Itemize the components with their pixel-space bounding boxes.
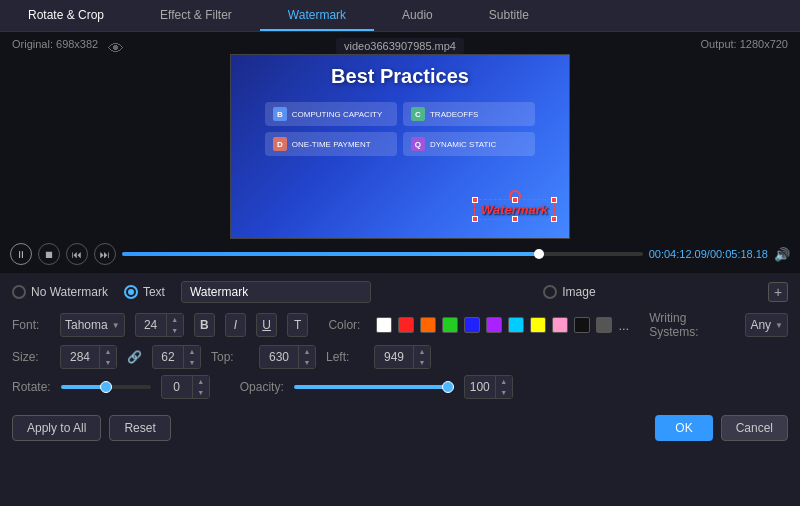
color-swatch-red[interactable] — [398, 317, 414, 333]
ok-button[interactable]: OK — [655, 415, 712, 441]
size-label: Size: — [12, 350, 50, 364]
reset-button[interactable]: Reset — [109, 415, 170, 441]
color-swatch-pink[interactable] — [552, 317, 568, 333]
resize-handle-tc[interactable] — [512, 197, 518, 203]
nav-watermark[interactable]: Watermark — [260, 0, 374, 31]
top-input[interactable]: ▲ ▼ — [259, 345, 316, 369]
pause-button[interactable]: ⏸ — [10, 243, 32, 265]
rotate-opacity-row: Rotate: ▲ ▼ Opacity: ▲ ▼ — [12, 375, 788, 399]
preview-title: Best Practices — [331, 65, 469, 88]
card-label-0: COMPUTING CAPACITY — [292, 110, 383, 119]
prev-button[interactable]: ⏮ — [66, 243, 88, 265]
timeline-thumb[interactable] — [534, 249, 544, 259]
image-watermark-radio[interactable] — [543, 285, 557, 299]
left-field[interactable] — [375, 350, 413, 364]
font-size-up[interactable]: ▲ — [167, 314, 183, 325]
bottom-row: Apply to All Reset OK Cancel — [0, 409, 800, 445]
rotate-up[interactable]: ▲ — [193, 376, 209, 387]
size-width-input[interactable]: ▲ ▼ — [60, 345, 117, 369]
rotate-down[interactable]: ▼ — [193, 387, 209, 398]
writing-systems-select[interactable]: Any ▼ — [745, 313, 788, 337]
nav-rotate-crop[interactable]: Rotate & Crop — [0, 0, 132, 31]
rotate-slider[interactable] — [61, 385, 151, 389]
text-watermark-radio[interactable] — [124, 285, 138, 299]
size-height-up[interactable]: ▲ — [184, 346, 200, 357]
color-swatch-cyan[interactable] — [508, 317, 524, 333]
nav-subtitle[interactable]: Subtitle — [461, 0, 557, 31]
text-watermark-option[interactable]: Text — [124, 285, 165, 299]
size-height-down[interactable]: ▼ — [184, 357, 200, 368]
no-watermark-radio[interactable] — [12, 285, 26, 299]
more-colors-button[interactable]: ... — [618, 318, 629, 333]
image-add-button[interactable]: + — [768, 282, 788, 302]
top-field[interactable] — [260, 350, 298, 364]
preview-card: B COMPUTING CAPACITY — [265, 102, 397, 126]
cancel-button[interactable]: Cancel — [721, 415, 788, 441]
size-height-field[interactable] — [153, 350, 183, 364]
preview-card: C TRADEOFFS — [403, 102, 535, 126]
extra-format-button[interactable]: T — [287, 313, 308, 337]
size-row: Size: ▲ ▼ 🔗 ▲ ▼ Top: ▲ ▼ Left: — [12, 345, 788, 369]
size-width-down[interactable]: ▼ — [100, 357, 116, 368]
opacity-value-field[interactable] — [465, 380, 495, 394]
color-swatch-green[interactable] — [442, 317, 458, 333]
nav-effect-filter[interactable]: Effect & Filter — [132, 0, 260, 31]
font-size-input[interactable]: ▲ ▼ — [135, 313, 184, 337]
image-watermark-label: Image — [562, 285, 595, 299]
left-down[interactable]: ▼ — [414, 357, 430, 368]
underline-button[interactable]: U — [256, 313, 277, 337]
size-width-up[interactable]: ▲ — [100, 346, 116, 357]
nav-audio[interactable]: Audio — [374, 0, 461, 31]
watermark-overlay[interactable]: Watermark — [474, 199, 555, 220]
size-height-input[interactable]: ▲ ▼ — [152, 345, 201, 369]
font-size-down[interactable]: ▼ — [167, 325, 183, 336]
resize-handle-bl[interactable] — [472, 216, 478, 222]
watermark-text-input[interactable] — [181, 281, 371, 303]
opacity-up[interactable]: ▲ — [496, 376, 512, 387]
color-swatch-yellow[interactable] — [530, 317, 546, 333]
opacity-down[interactable]: ▼ — [496, 387, 512, 398]
opacity-value-input[interactable]: ▲ ▼ — [464, 375, 513, 399]
color-swatch-black[interactable] — [574, 317, 590, 333]
chevron-down-icon: ▼ — [112, 321, 120, 330]
no-watermark-option[interactable]: No Watermark — [12, 285, 108, 299]
preview-card: Q DYNAMIC STATIC — [403, 132, 535, 156]
resize-handle-tr[interactable] — [551, 197, 557, 203]
size-width-field[interactable] — [61, 350, 99, 364]
image-watermark-option[interactable]: Image — [543, 285, 595, 299]
top-down[interactable]: ▼ — [299, 357, 315, 368]
opacity-arrows: ▲ ▼ — [495, 376, 512, 398]
next-button[interactable]: ⏭ — [94, 243, 116, 265]
timeline[interactable] — [122, 252, 643, 256]
writing-systems-chevron: ▼ — [775, 321, 783, 330]
watermark-type-row: No Watermark Text Image + — [12, 281, 788, 303]
color-swatch-orange[interactable] — [420, 317, 436, 333]
visibility-icon[interactable]: 👁 — [108, 40, 124, 58]
color-swatch-blue[interactable] — [464, 317, 480, 333]
resize-handle-br[interactable] — [551, 216, 557, 222]
stop-button[interactable]: ⏹ — [38, 243, 60, 265]
volume-icon[interactable]: 🔊 — [774, 247, 790, 262]
resize-handle-bc[interactable] — [512, 216, 518, 222]
italic-button[interactable]: I — [225, 313, 246, 337]
font-size-field[interactable] — [136, 318, 166, 332]
color-swatch-white[interactable] — [376, 317, 392, 333]
video-filename: video3663907985.mp4 — [336, 38, 464, 54]
left-input[interactable]: ▲ ▼ — [374, 345, 431, 369]
top-up[interactable]: ▲ — [299, 346, 315, 357]
apply-to-all-button[interactable]: Apply to All — [12, 415, 101, 441]
color-swatch-gray[interactable] — [596, 317, 612, 333]
left-up[interactable]: ▲ — [414, 346, 430, 357]
resize-handle-tl[interactable] — [472, 197, 478, 203]
opacity-slider[interactable] — [294, 385, 454, 389]
opacity-label: Opacity: — [240, 380, 284, 394]
playback-bar: ⏸ ⏹ ⏮ ⏭ 00:04:12.09/00:05:18.18 🔊 — [0, 239, 800, 269]
link-proportions-icon[interactable]: 🔗 — [127, 350, 142, 364]
color-swatch-purple[interactable] — [486, 317, 502, 333]
bold-button[interactable]: B — [194, 313, 215, 337]
preview-card: D ONE-TIME PAYMENT — [265, 132, 397, 156]
rotate-value-input[interactable]: ▲ ▼ — [161, 375, 210, 399]
rotate-value-field[interactable] — [162, 380, 192, 394]
font-family-select[interactable]: Tahoma ▼ — [60, 313, 125, 337]
card-icon-d: D — [273, 137, 287, 151]
